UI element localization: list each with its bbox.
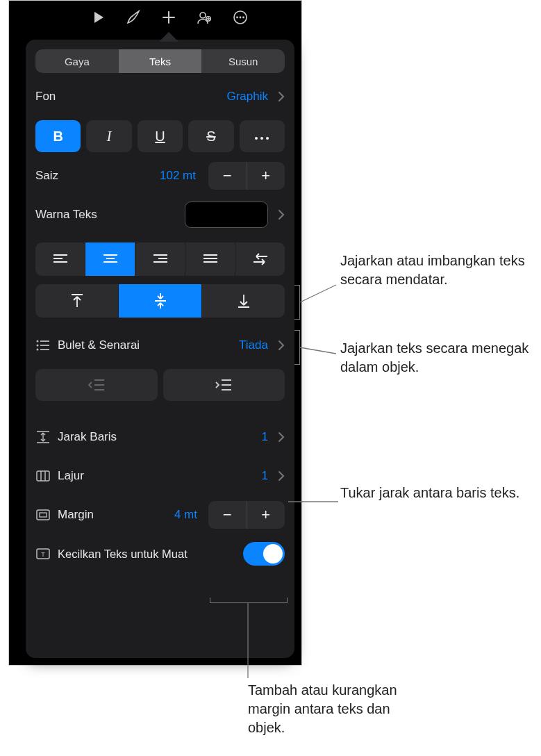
horizontal-align-group bbox=[35, 243, 285, 276]
tab-susun[interactable]: Susun bbox=[201, 49, 285, 73]
margin-icon bbox=[35, 509, 51, 520]
bracket-margin bbox=[210, 598, 288, 603]
svg-point-4 bbox=[240, 17, 242, 19]
text-style-buttons: B I U S bbox=[35, 120, 285, 152]
more-icon[interactable] bbox=[233, 3, 248, 31]
font-label: Fon bbox=[35, 90, 219, 104]
tab-teks[interactable]: Teks bbox=[119, 49, 202, 73]
indent-button[interactable] bbox=[163, 369, 285, 401]
margin-label: Margin bbox=[58, 508, 167, 522]
svg-point-7 bbox=[260, 137, 263, 140]
svg-point-10 bbox=[37, 345, 39, 347]
line-spacing-icon bbox=[35, 431, 51, 443]
bracket-halign bbox=[294, 285, 300, 320]
svg-rect-12 bbox=[37, 471, 49, 481]
svg-point-5 bbox=[242, 17, 244, 19]
size-stepper: − + bbox=[208, 162, 285, 190]
valign-middle-button[interactable] bbox=[119, 284, 202, 318]
chevron-right-icon bbox=[275, 209, 285, 220]
shrink-toggle[interactable] bbox=[243, 542, 285, 566]
svg-rect-14 bbox=[40, 513, 47, 517]
collab-icon[interactable] bbox=[197, 3, 212, 31]
svg-point-3 bbox=[236, 17, 238, 19]
svg-point-6 bbox=[255, 137, 258, 140]
italic-button[interactable]: I bbox=[86, 120, 131, 152]
shrink-label: Kecilkan Teks untuk Muat bbox=[58, 548, 236, 561]
vertical-align-group bbox=[35, 284, 285, 318]
margin-row: Margin 4 mt − + bbox=[35, 500, 285, 530]
align-left-button[interactable] bbox=[35, 243, 85, 276]
valign-top-button[interactable] bbox=[35, 284, 119, 318]
text-color-row[interactable]: Warna Teks bbox=[35, 199, 285, 230]
text-color-swatch[interactable] bbox=[185, 202, 268, 228]
margin-increase-button[interactable]: + bbox=[247, 501, 285, 529]
chevron-right-icon bbox=[275, 432, 285, 443]
svg-point-0 bbox=[200, 13, 206, 18]
indent-group bbox=[35, 369, 285, 401]
more-styles-button[interactable] bbox=[240, 120, 285, 152]
callout-margin: Tambah atau kurangkan margin antara teks… bbox=[248, 681, 428, 737]
font-value: Graphik bbox=[226, 90, 268, 104]
bullets-value: Tiada bbox=[239, 338, 268, 352]
bullets-label: Bulet & Senarai bbox=[58, 338, 232, 352]
text-direction-button[interactable] bbox=[235, 243, 285, 276]
play-icon[interactable] bbox=[92, 3, 105, 31]
line-spacing-label: Jarak Baris bbox=[58, 430, 255, 444]
chevron-right-icon bbox=[275, 470, 285, 482]
strike-button[interactable]: S bbox=[188, 120, 233, 152]
columns-label: Lajur bbox=[58, 469, 255, 483]
chevron-right-icon bbox=[275, 340, 285, 351]
columns-row[interactable]: Lajur 1 bbox=[35, 461, 285, 491]
size-label: Saiz bbox=[35, 169, 153, 183]
callout-valign: Jajarkan teks secara menegak dalam objek… bbox=[340, 339, 541, 377]
top-toolbar bbox=[9, 1, 301, 34]
underline-button[interactable]: U bbox=[138, 120, 183, 152]
margin-stepper: − + bbox=[208, 501, 285, 529]
popover-arrow bbox=[159, 32, 178, 42]
shrink-row: T Kecilkan Teks untuk Muat bbox=[35, 539, 285, 569]
format-panel: Gaya Teks Susun Fon Graphik B I U S Saiz… bbox=[26, 40, 294, 658]
margin-decrease-button[interactable]: − bbox=[208, 501, 247, 529]
size-value: 102 mt bbox=[160, 169, 196, 183]
margin-value: 4 mt bbox=[174, 508, 197, 522]
size-row: Saiz 102 mt − + bbox=[35, 161, 285, 191]
brush-icon[interactable] bbox=[126, 3, 141, 31]
svg-point-9 bbox=[37, 340, 39, 343]
line-spacing-row[interactable]: Jarak Baris 1 bbox=[35, 422, 285, 452]
columns-icon bbox=[35, 470, 51, 482]
columns-value: 1 bbox=[262, 469, 268, 483]
bullets-row[interactable]: Bulet & Senarai Tiada bbox=[35, 330, 285, 361]
tab-gaya[interactable]: Gaya bbox=[35, 49, 119, 73]
svg-rect-13 bbox=[37, 510, 49, 520]
align-right-button[interactable] bbox=[135, 243, 185, 276]
callout-line: Tukar jarak antara baris teks. bbox=[340, 484, 519, 502]
font-row[interactable]: Fon Graphik bbox=[35, 81, 285, 112]
svg-point-11 bbox=[37, 349, 39, 351]
valign-bottom-button[interactable] bbox=[202, 284, 285, 318]
callout-halign: Jajarkan atau imbangkan teks secara mend… bbox=[340, 252, 541, 289]
plus-icon[interactable] bbox=[162, 3, 176, 31]
list-icon bbox=[35, 340, 51, 351]
align-justify-button[interactable] bbox=[185, 243, 235, 276]
format-tabs: Gaya Teks Susun bbox=[35, 49, 285, 73]
svg-point-8 bbox=[266, 137, 269, 140]
chevron-right-icon bbox=[275, 91, 285, 102]
outdent-button[interactable] bbox=[35, 369, 158, 401]
size-increase-button[interactable]: + bbox=[247, 162, 285, 190]
shrink-icon: T bbox=[35, 548, 51, 559]
size-decrease-button[interactable]: − bbox=[208, 162, 247, 190]
line-spacing-value: 1 bbox=[262, 430, 268, 444]
text-color-label: Warna Teks bbox=[35, 208, 178, 222]
svg-text:T: T bbox=[41, 551, 45, 558]
bold-button[interactable]: B bbox=[35, 120, 81, 152]
align-center-button[interactable] bbox=[85, 243, 135, 276]
bracket-valign bbox=[294, 330, 300, 365]
